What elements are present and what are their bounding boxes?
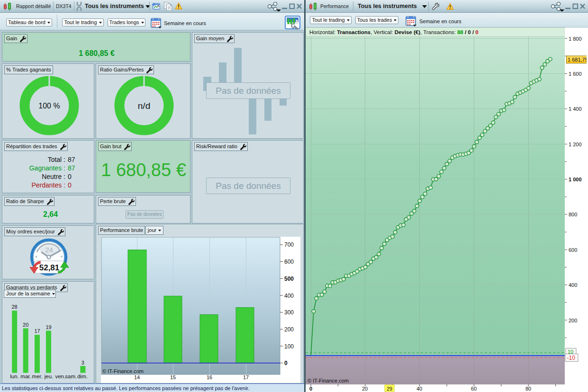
svg-text:jeu.: jeu.: [44, 374, 54, 379]
svg-text:28: 28: [11, 304, 17, 310]
svg-text:0: 0: [309, 386, 312, 392]
svg-text:20: 20: [362, 386, 368, 392]
svg-text:700: 700: [284, 241, 294, 248]
svg-text:1 681,75: 1 681,75: [568, 57, 587, 62]
svg-text:19: 19: [45, 324, 51, 330]
svg-text:15: 15: [170, 374, 176, 380]
svg-text:60: 60: [471, 386, 477, 392]
svg-text:300: 300: [284, 309, 294, 316]
svg-text:600: 600: [284, 258, 294, 265]
svg-text:© IT-Finance.com: © IT-Finance.com: [102, 368, 144, 374]
svg-text:Horizontal: Transactions, Vert: Horizontal: Transactions, Vertical: Devi…: [309, 29, 479, 35]
svg-text:dim.: dim.: [77, 374, 88, 379]
svg-text:800: 800: [569, 212, 577, 217]
svg-text:1 200: 1 200: [569, 142, 582, 147]
svg-text:100 %: 100 %: [38, 102, 60, 110]
svg-text:3: 3: [81, 360, 84, 365]
svg-text:mer.: mer.: [32, 374, 42, 379]
svg-text:14: 14: [134, 374, 140, 380]
svg-text:100: 100: [284, 343, 294, 350]
svg-text:sam.: sam.: [65, 374, 77, 379]
svg-text:n/d: n/d: [138, 101, 150, 111]
svg-text:600: 600: [569, 247, 577, 253]
svg-text:mar.: mar.: [20, 374, 31, 379]
svg-text:17: 17: [243, 374, 249, 380]
svg-text:16: 16: [207, 374, 212, 380]
svg-text:1 600: 1 600: [569, 71, 582, 77]
svg-text:40: 40: [416, 386, 422, 392]
svg-text:29: 29: [387, 386, 392, 392]
svg-text:1 800: 1 800: [569, 36, 582, 42]
svg-text:17: 17: [34, 328, 40, 334]
svg-text:lun.: lun.: [10, 374, 19, 379]
svg-text:-10: -10: [567, 355, 576, 361]
svg-text:52,81: 52,81: [39, 263, 60, 272]
svg-text:1 400: 1 400: [569, 106, 582, 112]
svg-text:80: 80: [525, 386, 531, 392]
svg-text:400: 400: [569, 282, 577, 288]
svg-text:200: 200: [569, 318, 577, 323]
svg-text:10: 10: [568, 349, 573, 355]
svg-text:400: 400: [284, 293, 294, 299]
svg-text:200: 200: [284, 326, 294, 333]
svg-text:0: 0: [284, 360, 288, 366]
svg-text:ven.: ven.: [55, 374, 65, 379]
svg-text:© IT-Finance.com: © IT-Finance.com: [308, 378, 349, 383]
svg-text:24: 24: [45, 246, 53, 254]
svg-text:500: 500: [284, 276, 294, 282]
svg-text:1 000: 1 000: [569, 177, 582, 182]
svg-text:20: 20: [23, 322, 28, 328]
